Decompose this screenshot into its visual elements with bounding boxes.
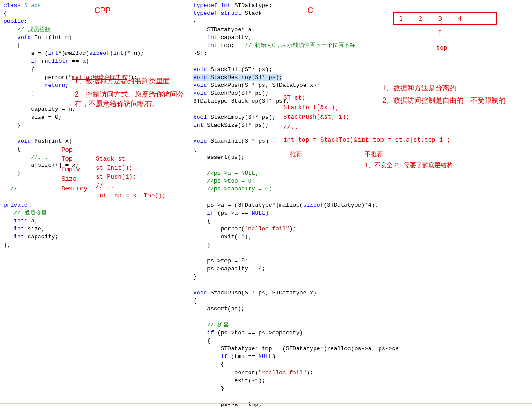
cpp-usage-init: st.Init(); <box>96 164 133 173</box>
cpp-method-destroy: Destroy <box>62 185 87 194</box>
horizontal-rule <box>0 403 532 404</box>
c-code-block: typedef int STDatatype; typedef struct S… <box>193 2 378 409</box>
cpp-method-size: Size <box>62 175 76 184</box>
c-usage-dots: //... <box>283 123 302 132</box>
note-c-1: 1、数据和方法是分离的 <box>382 83 456 93</box>
cpp-usage-dots: //... <box>96 182 114 191</box>
cpp-method-empty: Empty <box>62 165 80 174</box>
cpp-method-pop: Pop <box>62 146 72 155</box>
stack-array: 1 2 3 4 <box>393 12 497 25</box>
label-top: top <box>436 44 447 53</box>
cpp-method-top: Top <box>62 155 72 164</box>
arrow-up-icon: ↑ <box>437 25 443 40</box>
cpp-usage-decl: Stack st <box>96 155 125 164</box>
c-label-recommend: 推荐 <box>290 150 302 159</box>
c-usage-push: StackPush(&st, 1); <box>283 113 350 122</box>
cpp-usage-top: int top = st.Top(); <box>96 192 166 201</box>
c-label-unsafe: 1、不安全 2、需要了解底层结构 <box>365 161 453 170</box>
cpp-usage-push: st.Push(1); <box>96 173 136 182</box>
c-usage-topa: int top = StackTop(&st) <box>283 136 368 145</box>
c-usage-decl: ST st; <box>283 94 305 103</box>
c-label-notrecommend: 不推荐 <box>365 150 383 159</box>
cpp-code-block: class Stack { public: // 成员函数 void Init(… <box>4 2 188 249</box>
c-usage-topb: int top = st.a[st.top-1]; <box>358 136 450 145</box>
note-c-2: 2、数据访问控制是自由的，不受限制的 <box>382 96 506 105</box>
c-usage-init: StackInit(&st); <box>283 104 339 112</box>
